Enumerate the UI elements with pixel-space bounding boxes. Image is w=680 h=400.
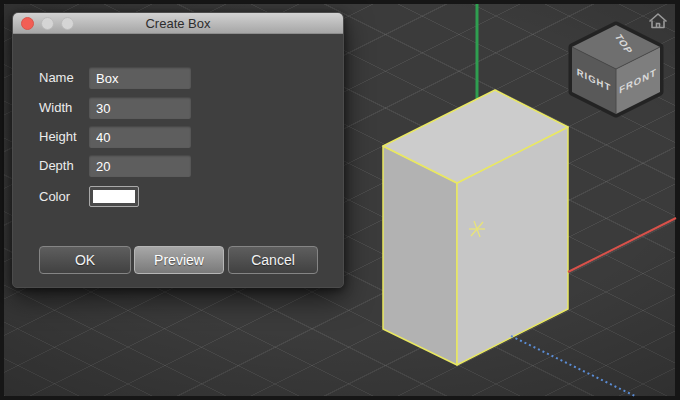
cancel-button[interactable]: Cancel xyxy=(228,246,318,274)
depth-input[interactable] xyxy=(89,155,191,177)
preview-box[interactable] xyxy=(383,90,568,365)
home-icon[interactable] xyxy=(650,14,667,28)
height-input[interactable] xyxy=(89,126,191,148)
create-box-dialog: Create Box Name Width Height Depth Color… xyxy=(12,12,344,288)
view-cube[interactable]: TOP RIGHT FRONT xyxy=(572,25,660,114)
ok-button[interactable]: OK xyxy=(39,246,131,274)
color-label: Color xyxy=(39,186,87,208)
name-input[interactable] xyxy=(89,67,191,89)
width-input[interactable] xyxy=(89,97,191,119)
app-window: TOP RIGHT FRONT Create Box Name Width He… xyxy=(0,0,680,400)
preview-button[interactable]: Preview xyxy=(134,246,224,274)
preview-box-left-face[interactable] xyxy=(383,146,457,365)
color-swatch-button[interactable] xyxy=(89,186,139,207)
dialog-title: Create Box xyxy=(13,13,343,34)
color-swatch-value xyxy=(93,190,135,203)
name-label: Name xyxy=(39,67,87,89)
dialog-titlebar[interactable]: Create Box xyxy=(13,13,343,34)
depth-label: Depth xyxy=(39,155,87,177)
height-label: Height xyxy=(39,126,87,148)
x-axis-line xyxy=(568,218,676,272)
width-label: Width xyxy=(39,97,87,119)
z-axis-line xyxy=(511,336,637,397)
